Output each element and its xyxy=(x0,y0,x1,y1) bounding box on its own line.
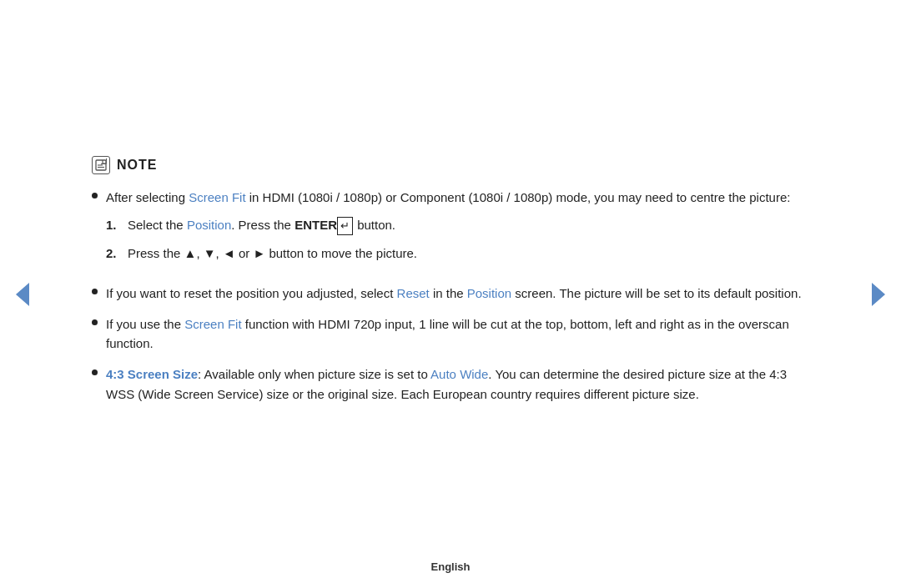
list-item: If you use the Screen Fit function with … xyxy=(92,314,809,354)
text-static: If you use the xyxy=(106,317,184,331)
page-container: NOTE After selecting Screen Fit in HDMI … xyxy=(0,0,901,588)
position-link-2: Position xyxy=(467,286,511,300)
auto-wide-link: Auto Wide xyxy=(430,367,488,381)
sub-step-1: 1. Select the Position. Press the ENTER↵… xyxy=(106,215,809,235)
bullet-text: After selecting Screen Fit in HDMI (1080… xyxy=(106,188,809,272)
enter-label: ENTER xyxy=(294,218,337,232)
text-static: . Press the xyxy=(231,218,294,232)
bullet-text: 4:3 Screen Size: Available only when pic… xyxy=(106,364,809,404)
reset-link: Reset xyxy=(397,286,430,300)
note-header: NOTE xyxy=(92,156,809,174)
bullet-dot xyxy=(92,319,98,325)
list-item: 4:3 Screen Size: Available only when pic… xyxy=(92,364,809,404)
screen-size-link: 4:3 Screen Size xyxy=(106,367,198,381)
step-content-2: Press the ▲, ▼, ◄ or ► button to move th… xyxy=(128,244,809,263)
left-arrow-icon xyxy=(16,283,29,306)
text-static: If you want to reset the position you ad… xyxy=(106,286,397,300)
text-static: Press the ▲, ▼, ◄ or ► button to move th… xyxy=(128,246,417,260)
right-arrow-icon xyxy=(872,283,885,306)
nav-arrow-right[interactable] xyxy=(871,283,886,306)
text-static: in the xyxy=(430,286,467,300)
text-static: screen. The picture will be set to its d… xyxy=(511,286,801,300)
enter-key-icon: ↵ xyxy=(337,217,353,235)
content-area: NOTE After selecting Screen Fit in HDMI … xyxy=(92,131,809,440)
step-content-1: Select the Position. Press the ENTER↵ bu… xyxy=(128,215,809,235)
position-link-1: Position xyxy=(187,218,231,232)
bullet-dot xyxy=(92,289,98,294)
screen-fit-link-2: Screen Fit xyxy=(184,317,241,331)
text-static: : Available only when picture size is se… xyxy=(198,367,430,381)
sub-steps: 1. Select the Position. Press the ENTER↵… xyxy=(106,215,809,263)
bullet-dot xyxy=(92,193,98,199)
footer-language: English xyxy=(431,560,471,573)
step-num-2: 2. xyxy=(106,244,121,263)
bullet-text: If you want to reset the position you ad… xyxy=(106,284,809,303)
text-static: in HDMI (1080i / 1080p) or Component (10… xyxy=(246,190,791,204)
nav-arrow-left[interactable] xyxy=(15,283,30,306)
bullet-list: After selecting Screen Fit in HDMI (1080… xyxy=(92,188,809,404)
note-title: NOTE xyxy=(117,158,157,173)
text-static: Select the xyxy=(128,218,187,232)
text-static: After selecting xyxy=(106,190,189,204)
list-item: If you want to reset the position you ad… xyxy=(92,284,809,303)
text-static: button. xyxy=(354,218,395,232)
bullet-dot xyxy=(92,369,98,375)
note-icon xyxy=(92,156,110,174)
list-item: After selecting Screen Fit in HDMI (1080… xyxy=(92,188,809,272)
screen-fit-link-1: Screen Fit xyxy=(189,190,245,204)
step-num-1: 1. xyxy=(106,215,121,234)
sub-step-2: 2. Press the ▲, ▼, ◄ or ► button to move… xyxy=(106,244,809,263)
bullet-text: If you use the Screen Fit function with … xyxy=(106,314,809,354)
